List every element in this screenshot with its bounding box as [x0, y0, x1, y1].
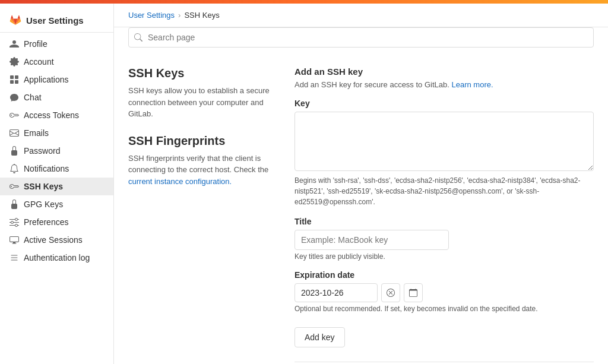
- current-instance-config-link[interactable]: current instance configuration.: [128, 177, 232, 186]
- svg-rect-2: [10, 80, 14, 84]
- sidebar-item-label: Active Sessions: [24, 235, 83, 245]
- ssh-fingerprints-desc: SSH fingerprints verify that the client …: [128, 153, 271, 188]
- expiry-label: Expiration date: [294, 270, 594, 280]
- sidebar-title: User Settings: [0, 8, 113, 33]
- add-key-button[interactable]: Add key: [294, 327, 345, 347]
- envelope-icon: [10, 128, 19, 138]
- add-ssh-desc: Add an SSH key for secure access to GitL…: [294, 80, 594, 89]
- breadcrumb-current: SSH Keys: [184, 11, 219, 20]
- key-textarea[interactable]: [294, 112, 594, 171]
- svg-rect-0: [10, 75, 14, 79]
- ssh-keys-title: SSH Keys: [128, 67, 271, 80]
- divider: [294, 362, 594, 362]
- title-label: Title: [294, 217, 594, 226]
- expiry-form-group: Expiration date: [294, 270, 594, 313]
- sidebar-item-ssh-keys[interactable]: SSH Keys: [0, 178, 113, 195]
- sidebar-item-label: Applications: [24, 75, 69, 84]
- ssh-keys-desc: SSH keys allow you to establish a secure…: [128, 85, 271, 120]
- gpg-icon: [10, 200, 19, 209]
- sidebar-item-gpg-keys[interactable]: GPG Keys: [0, 195, 113, 213]
- svg-rect-3: [15, 80, 18, 84]
- search-input-wrap: [128, 27, 594, 48]
- sidebar-item-label: Chat: [24, 93, 42, 102]
- svg-rect-1: [15, 75, 18, 79]
- title-form-group: Title Key titles are publicly visible.: [294, 217, 594, 261]
- clear-icon: [387, 289, 395, 297]
- person-icon: [10, 39, 19, 49]
- expiry-hint: Optional but recommended. If set, key be…: [294, 305, 594, 313]
- sidebar-item-chat[interactable]: Chat: [0, 88, 113, 106]
- sidebar-item-emails[interactable]: Emails: [0, 124, 113, 142]
- calendar-button[interactable]: [404, 283, 423, 302]
- sidebar-item-password[interactable]: Password: [0, 142, 113, 160]
- sidebar-item-label: Notifications: [24, 164, 69, 173]
- chat-icon: [10, 93, 19, 102]
- breadcrumb-separator: ›: [178, 11, 180, 20]
- grid-icon: [10, 75, 19, 84]
- ssh-fingerprints-title: SSH Fingerprints: [128, 134, 271, 148]
- lock-icon: [10, 146, 19, 156]
- key-form-group: Key Begins with 'ssh-rsa', 'ssh-dss', 'e…: [294, 99, 594, 207]
- title-input[interactable]: [294, 230, 449, 250]
- search-icon: [134, 33, 142, 42]
- sliders-icon: [10, 217, 19, 227]
- content-area: SSH Keys SSH keys allow you to establish…: [114, 57, 608, 364]
- sidebar-item-label: SSH Keys: [24, 182, 63, 191]
- add-ssh-title: Add an SSH key: [294, 67, 594, 77]
- key-icon: [10, 110, 19, 120]
- sidebar-item-label: GPG Keys: [24, 200, 63, 209]
- sidebar-item-preferences[interactable]: Preferences: [0, 213, 113, 231]
- sidebar-item-authentication-log[interactable]: Authentication log: [0, 249, 113, 267]
- right-column: Add an SSH key Add an SSH key for secure…: [294, 67, 594, 364]
- breadcrumb-parent[interactable]: User Settings: [128, 11, 175, 20]
- ssh-icon: [10, 182, 19, 191]
- sidebar-item-label: Preferences: [24, 217, 68, 227]
- sidebar: User Settings Profile Account Applicatio…: [0, 4, 114, 364]
- sidebar-item-label: Emails: [24, 128, 49, 138]
- monitor-icon: [10, 235, 19, 245]
- sidebar-item-label: Profile: [24, 39, 48, 49]
- sidebar-item-label: Access Tokens: [24, 110, 79, 120]
- sidebar-item-account[interactable]: Account: [0, 53, 113, 71]
- main-content: User Settings › SSH Keys SSH Keys SSH ke…: [114, 4, 608, 364]
- sidebar-item-access-tokens[interactable]: Access Tokens: [0, 106, 113, 124]
- sidebar-item-label: Password: [24, 146, 60, 156]
- sidebar-title-text: User Settings: [26, 15, 84, 26]
- list-icon: [10, 253, 19, 262]
- breadcrumb: User Settings › SSH Keys: [114, 4, 608, 27]
- gear-icon: [10, 57, 19, 67]
- sidebar-item-profile[interactable]: Profile: [0, 35, 113, 53]
- calendar-icon: [409, 289, 417, 297]
- search-bar: [114, 27, 608, 57]
- expiry-input[interactable]: [294, 283, 378, 302]
- expiry-row: [294, 283, 594, 302]
- sidebar-item-applications[interactable]: Applications: [0, 71, 113, 88]
- sidebar-item-active-sessions[interactable]: Active Sessions: [0, 231, 113, 249]
- gitlab-logo: [10, 14, 21, 26]
- search-input[interactable]: [128, 27, 594, 48]
- sidebar-item-notifications[interactable]: Notifications: [0, 160, 113, 178]
- sidebar-item-label: Authentication log: [24, 253, 90, 262]
- title-hint: Key titles are publicly visible.: [294, 252, 594, 261]
- sidebar-item-label: Account: [24, 57, 54, 67]
- key-label: Key: [294, 99, 594, 108]
- bell-icon: [10, 164, 19, 173]
- key-hint: Begins with 'ssh-rsa', 'ssh-dss', 'ecdsa…: [294, 175, 594, 207]
- clear-expiry-button[interactable]: [381, 283, 400, 302]
- app-layout: User Settings Profile Account Applicatio…: [0, 4, 608, 364]
- left-column: SSH Keys SSH keys allow you to establish…: [128, 67, 271, 364]
- learn-more-link[interactable]: Learn more.: [451, 80, 493, 89]
